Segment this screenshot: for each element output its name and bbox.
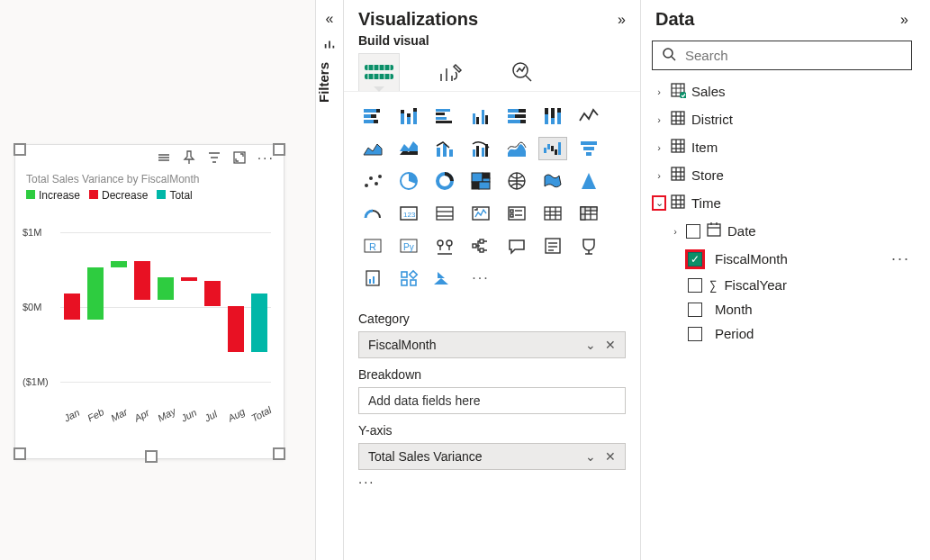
chart-bar[interactable] — [158, 277, 174, 300]
table-sales[interactable]: ›Sales — [652, 77, 912, 105]
chart-bar[interactable] — [181, 277, 197, 281]
donut-chart-icon[interactable] — [430, 169, 459, 193]
chevron-down-icon[interactable]: ⌄ — [585, 338, 596, 352]
line-clustered-column-icon[interactable] — [466, 137, 495, 160]
visual-waterfall[interactable]: ··· Total Sales Variance by FiscalMonth … — [14, 144, 284, 459]
field-period[interactable]: Period — [652, 321, 912, 346]
table-icon[interactable] — [538, 202, 567, 225]
smart-narrative-icon[interactable] — [538, 234, 567, 257]
card-icon[interactable]: 123 — [394, 202, 423, 225]
chart-bar[interactable] — [64, 294, 80, 320]
line-stacked-column-icon[interactable] — [430, 137, 459, 160]
checkbox[interactable]: ✓ — [688, 252, 702, 266]
chart-bar[interactable] — [228, 306, 244, 351]
key-influencers-icon[interactable] — [430, 234, 459, 257]
table-district[interactable]: ›District — [652, 105, 912, 133]
py-visual-icon[interactable]: Py — [394, 234, 423, 257]
resize-handle[interactable] — [14, 447, 26, 460]
field-more-icon[interactable]: ··· — [891, 249, 910, 268]
chevron-right-icon[interactable]: › — [654, 142, 664, 153]
chevron-right-icon[interactable]: › — [654, 86, 664, 97]
checkbox[interactable] — [688, 278, 702, 293]
field-fiscalyear[interactable]: ∑FiscalYear — [652, 273, 912, 297]
field-month[interactable]: Month — [652, 297, 912, 321]
search-box[interactable] — [652, 41, 912, 70]
remove-field-icon[interactable]: ✕ — [605, 449, 616, 464]
chart-bar[interactable] — [111, 261, 127, 267]
pie-chart-icon[interactable] — [394, 169, 423, 193]
table-store[interactable]: ›Store — [652, 161, 912, 189]
tab-format-visual[interactable] — [430, 53, 472, 91]
clustered-column-chart-icon[interactable] — [466, 104, 495, 128]
well-breakdown[interactable]: Add data fields here — [358, 387, 626, 414]
chart-bar[interactable] — [134, 261, 150, 300]
100pct-stacked-column-icon[interactable] — [538, 104, 567, 128]
chevron-down-icon[interactable]: ⌄ — [585, 449, 596, 464]
search-input[interactable] — [683, 47, 902, 64]
resize-handle[interactable] — [14, 143, 26, 156]
clustered-bar-chart-icon[interactable] — [430, 104, 459, 128]
waterfall-chart-icon[interactable] — [538, 137, 567, 160]
treemap-icon[interactable] — [466, 169, 495, 193]
svg-rect-31 — [476, 117, 479, 124]
decomposition-tree-icon[interactable] — [466, 234, 495, 257]
get-more-visuals-icon[interactable]: ··· — [466, 266, 495, 290]
well-yaxis[interactable]: Total Sales Variance ⌄✕ — [358, 443, 626, 470]
table-item[interactable]: ›Item — [652, 133, 912, 161]
kpi-icon[interactable] — [466, 202, 495, 225]
chart-bar[interactable] — [87, 267, 104, 320]
collapse-viz-icon[interactable]: » — [618, 12, 626, 28]
pin-icon[interactable] — [182, 150, 196, 167]
stacked-area-chart-icon[interactable] — [394, 137, 423, 160]
checkbox[interactable] — [688, 303, 702, 317]
scatter-chart-icon[interactable] — [358, 169, 387, 193]
expand-filters-icon[interactable]: « — [316, 0, 343, 38]
chevron-right-icon[interactable]: › — [670, 226, 681, 237]
chart-bar[interactable] — [204, 281, 221, 307]
azure-map-icon[interactable] — [574, 169, 603, 193]
chevron-right-icon[interactable]: › — [654, 114, 664, 125]
ribbon-chart-icon[interactable] — [502, 137, 531, 160]
tab-analytics[interactable] — [502, 53, 544, 91]
area-chart-icon[interactable] — [358, 137, 387, 160]
stacked-column-chart-icon[interactable] — [394, 104, 423, 128]
r-visual-icon[interactable]: R — [358, 234, 387, 257]
report-canvas[interactable]: ··· Total Sales Variance by FiscalMonth … — [0, 0, 315, 560]
collapse-data-icon[interactable]: » — [900, 12, 908, 28]
power-apps-icon[interactable] — [394, 266, 423, 290]
multi-row-card-icon[interactable] — [430, 202, 459, 225]
matrix-icon[interactable] — [574, 202, 603, 225]
tab-build-visual[interactable] — [358, 53, 400, 91]
well-category[interactable]: FiscalMonth ⌄✕ — [358, 331, 626, 358]
power-automate-icon[interactable] — [430, 266, 459, 290]
remove-field-icon[interactable]: ✕ — [605, 338, 616, 352]
metrics-icon[interactable] — [574, 234, 603, 257]
focus-mode-icon[interactable] — [232, 150, 247, 167]
gauge-icon[interactable] — [358, 202, 387, 225]
qna-icon[interactable] — [502, 234, 531, 257]
filter-icon[interactable] — [207, 150, 221, 167]
checkbox[interactable] — [686, 224, 700, 239]
paginated-report-icon[interactable] — [358, 266, 387, 290]
100pct-stacked-bar-icon[interactable] — [502, 104, 531, 128]
line-chart-icon[interactable] — [574, 104, 603, 128]
field-date[interactable]: ›Date — [652, 217, 912, 245]
resize-handle[interactable] — [273, 143, 285, 156]
filters-pane-collapsed[interactable]: « Filters — [315, 0, 344, 560]
chevron-right-icon[interactable]: › — [654, 170, 664, 181]
more-wells-icon[interactable]: ··· — [358, 470, 626, 489]
chevron-down-icon[interactable]: ⌄ — [654, 197, 664, 209]
field-fiscalmonth[interactable]: ✓FiscalMonth··· — [652, 245, 912, 273]
drill-icon[interactable] — [157, 150, 171, 167]
map-icon[interactable] — [502, 169, 531, 193]
resize-handle[interactable] — [145, 450, 158, 463]
filled-map-icon[interactable] — [538, 169, 567, 193]
slicer-icon[interactable] — [502, 202, 531, 225]
checkbox[interactable] — [688, 327, 702, 341]
chart-bar[interactable] — [251, 294, 267, 352]
table-time[interactable]: ⌄Time — [652, 189, 912, 217]
resize-handle[interactable] — [273, 447, 285, 460]
stacked-bar-chart-icon[interactable] — [358, 104, 387, 128]
funnel-chart-icon[interactable] — [574, 137, 603, 160]
svg-rect-43 — [551, 108, 555, 118]
